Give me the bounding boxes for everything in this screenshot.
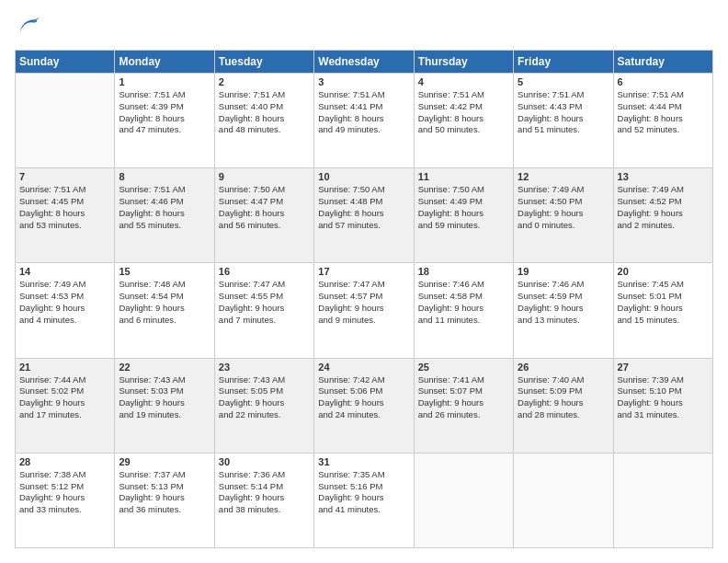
- cell-details: Sunrise: 7:51 AMSunset: 4:39 PMDaylight:…: [119, 89, 210, 136]
- cell-details: Sunrise: 7:39 AMSunset: 5:10 PMDaylight:…: [618, 374, 709, 421]
- day-header-sunday: Sunday: [16, 51, 115, 74]
- day-number: 16: [219, 266, 310, 277]
- calendar-header-row: SundayMondayTuesdayWednesdayThursdayFrid…: [16, 51, 713, 74]
- cell-details: Sunrise: 7:51 AMSunset: 4:41 PMDaylight:…: [318, 89, 409, 136]
- day-number: 12: [518, 171, 609, 182]
- day-number: 27: [618, 362, 709, 373]
- cell-details: Sunrise: 7:50 AMSunset: 4:49 PMDaylight:…: [418, 184, 509, 231]
- calendar-week-row: 1Sunrise: 7:51 AMSunset: 4:39 PMDaylight…: [16, 74, 713, 168]
- day-number: 22: [119, 362, 210, 373]
- logo-icon: [15, 15, 40, 40]
- cell-details: Sunrise: 7:50 AMSunset: 4:48 PMDaylight:…: [318, 184, 409, 231]
- day-number: 30: [219, 456, 310, 467]
- day-header-tuesday: Tuesday: [214, 51, 313, 74]
- day-number: 25: [418, 362, 509, 373]
- calendar-cell: 25Sunrise: 7:41 AMSunset: 5:07 PMDayligh…: [414, 358, 513, 453]
- cell-details: Sunrise: 7:38 AMSunset: 5:12 PMDaylight:…: [19, 469, 110, 516]
- day-header-thursday: Thursday: [414, 51, 513, 74]
- cell-details: Sunrise: 7:47 AMSunset: 4:55 PMDaylight:…: [219, 279, 310, 326]
- cell-details: Sunrise: 7:43 AMSunset: 5:05 PMDaylight:…: [219, 374, 310, 421]
- calendar-cell: 19Sunrise: 7:46 AMSunset: 4:59 PMDayligh…: [514, 263, 613, 358]
- calendar-cell: 9Sunrise: 7:50 AMSunset: 4:47 PMDaylight…: [214, 168, 313, 263]
- cell-details: Sunrise: 7:46 AMSunset: 4:59 PMDaylight:…: [518, 279, 609, 326]
- calendar-cell: [16, 74, 115, 168]
- cell-details: Sunrise: 7:43 AMSunset: 5:03 PMDaylight:…: [119, 374, 210, 421]
- cell-details: Sunrise: 7:48 AMSunset: 4:54 PMDaylight:…: [119, 279, 210, 326]
- calendar-cell: 23Sunrise: 7:43 AMSunset: 5:05 PMDayligh…: [214, 358, 313, 453]
- day-header-friday: Friday: [514, 51, 613, 74]
- day-number: 7: [19, 171, 110, 182]
- day-number: 5: [518, 76, 609, 87]
- calendar-week-row: 21Sunrise: 7:44 AMSunset: 5:02 PMDayligh…: [16, 358, 713, 453]
- cell-details: Sunrise: 7:49 AMSunset: 4:53 PMDaylight:…: [19, 279, 110, 326]
- calendar-cell: 7Sunrise: 7:51 AMSunset: 4:45 PMDaylight…: [16, 168, 115, 263]
- day-number: 31: [318, 456, 409, 467]
- calendar-cell: 1Sunrise: 7:51 AMSunset: 4:39 PMDaylight…: [115, 74, 214, 168]
- day-number: 19: [518, 266, 609, 277]
- day-number: 8: [119, 171, 210, 182]
- day-number: 2: [219, 76, 310, 87]
- day-number: 24: [318, 362, 409, 373]
- calendar-cell: [613, 453, 712, 547]
- cell-details: Sunrise: 7:37 AMSunset: 5:13 PMDaylight:…: [119, 469, 210, 516]
- cell-details: Sunrise: 7:41 AMSunset: 5:07 PMDaylight:…: [418, 374, 509, 421]
- cell-details: Sunrise: 7:51 AMSunset: 4:42 PMDaylight:…: [418, 89, 509, 136]
- cell-details: Sunrise: 7:46 AMSunset: 4:58 PMDaylight:…: [418, 279, 509, 326]
- calendar-cell: 20Sunrise: 7:45 AMSunset: 5:01 PMDayligh…: [613, 263, 712, 358]
- calendar-cell: 22Sunrise: 7:43 AMSunset: 5:03 PMDayligh…: [115, 358, 214, 453]
- calendar-cell: 13Sunrise: 7:49 AMSunset: 4:52 PMDayligh…: [613, 168, 712, 263]
- logo: [15, 15, 44, 40]
- cell-details: Sunrise: 7:51 AMSunset: 4:44 PMDaylight:…: [618, 89, 709, 136]
- calendar-cell: 16Sunrise: 7:47 AMSunset: 4:55 PMDayligh…: [214, 263, 313, 358]
- calendar-cell: 17Sunrise: 7:47 AMSunset: 4:57 PMDayligh…: [314, 263, 414, 358]
- calendar-cell: 31Sunrise: 7:35 AMSunset: 5:16 PMDayligh…: [314, 453, 414, 547]
- calendar-cell: 24Sunrise: 7:42 AMSunset: 5:06 PMDayligh…: [314, 358, 414, 453]
- day-number: 15: [119, 266, 210, 277]
- day-number: 21: [19, 362, 110, 373]
- day-number: 11: [418, 171, 509, 182]
- cell-details: Sunrise: 7:42 AMSunset: 5:06 PMDaylight:…: [318, 374, 409, 421]
- calendar-cell: [414, 453, 513, 547]
- day-header-monday: Monday: [115, 51, 214, 74]
- cell-details: Sunrise: 7:47 AMSunset: 4:57 PMDaylight:…: [318, 279, 409, 326]
- calendar-cell: 3Sunrise: 7:51 AMSunset: 4:41 PMDaylight…: [314, 74, 414, 168]
- calendar-cell: 6Sunrise: 7:51 AMSunset: 4:44 PMDaylight…: [613, 74, 712, 168]
- cell-details: Sunrise: 7:44 AMSunset: 5:02 PMDaylight:…: [19, 374, 110, 421]
- day-number: 6: [618, 76, 709, 87]
- day-header-wednesday: Wednesday: [314, 51, 414, 74]
- day-number: 28: [19, 456, 110, 467]
- day-number: 1: [119, 76, 210, 87]
- day-number: 20: [618, 266, 709, 277]
- calendar-cell: 15Sunrise: 7:48 AMSunset: 4:54 PMDayligh…: [115, 263, 214, 358]
- cell-details: Sunrise: 7:51 AMSunset: 4:40 PMDaylight:…: [219, 89, 310, 136]
- day-number: 14: [19, 266, 110, 277]
- cell-details: Sunrise: 7:40 AMSunset: 5:09 PMDaylight:…: [518, 374, 609, 421]
- calendar-cell: 28Sunrise: 7:38 AMSunset: 5:12 PMDayligh…: [16, 453, 115, 547]
- cell-details: Sunrise: 7:49 AMSunset: 4:52 PMDaylight:…: [618, 184, 709, 231]
- calendar-week-row: 7Sunrise: 7:51 AMSunset: 4:45 PMDaylight…: [16, 168, 713, 263]
- calendar-cell: 2Sunrise: 7:51 AMSunset: 4:40 PMDaylight…: [214, 74, 313, 168]
- calendar-cell: [514, 453, 613, 547]
- cell-details: Sunrise: 7:35 AMSunset: 5:16 PMDaylight:…: [318, 469, 409, 516]
- calendar-cell: 29Sunrise: 7:37 AMSunset: 5:13 PMDayligh…: [115, 453, 214, 547]
- cell-details: Sunrise: 7:45 AMSunset: 5:01 PMDaylight:…: [618, 279, 709, 326]
- day-number: 17: [318, 266, 409, 277]
- calendar-cell: 30Sunrise: 7:36 AMSunset: 5:14 PMDayligh…: [214, 453, 313, 547]
- cell-details: Sunrise: 7:51 AMSunset: 4:46 PMDaylight:…: [119, 184, 210, 231]
- day-number: 10: [318, 171, 409, 182]
- day-header-saturday: Saturday: [613, 51, 712, 74]
- calendar-cell: 11Sunrise: 7:50 AMSunset: 4:49 PMDayligh…: [414, 168, 513, 263]
- header: [15, 15, 713, 40]
- cell-details: Sunrise: 7:36 AMSunset: 5:14 PMDaylight:…: [219, 469, 310, 516]
- cell-details: Sunrise: 7:51 AMSunset: 4:45 PMDaylight:…: [19, 184, 110, 231]
- calendar-cell: 4Sunrise: 7:51 AMSunset: 4:42 PMDaylight…: [414, 74, 513, 168]
- calendar-cell: 26Sunrise: 7:40 AMSunset: 5:09 PMDayligh…: [514, 358, 613, 453]
- calendar-cell: 18Sunrise: 7:46 AMSunset: 4:58 PMDayligh…: [414, 263, 513, 358]
- calendar-cell: 12Sunrise: 7:49 AMSunset: 4:50 PMDayligh…: [514, 168, 613, 263]
- calendar-cell: 5Sunrise: 7:51 AMSunset: 4:43 PMDaylight…: [514, 74, 613, 168]
- cell-details: Sunrise: 7:51 AMSunset: 4:43 PMDaylight:…: [518, 89, 609, 136]
- calendar-cell: 8Sunrise: 7:51 AMSunset: 4:46 PMDaylight…: [115, 168, 214, 263]
- cell-details: Sunrise: 7:50 AMSunset: 4:47 PMDaylight:…: [219, 184, 310, 231]
- day-number: 9: [219, 171, 310, 182]
- day-number: 18: [418, 266, 509, 277]
